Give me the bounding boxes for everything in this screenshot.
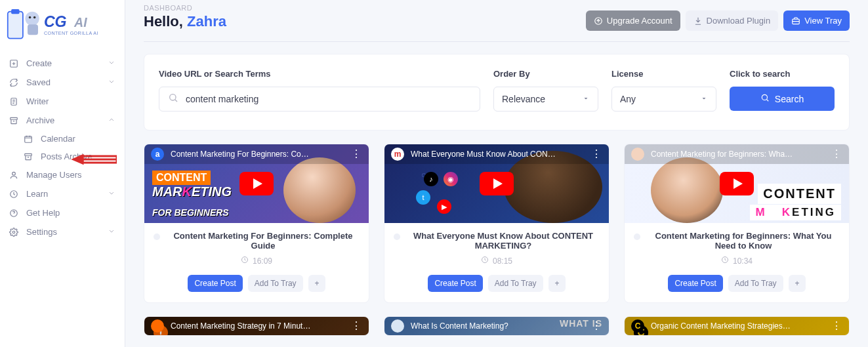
hello-prefix: Hello, <box>144 13 187 30</box>
breadcrumb: DASHBOARD <box>144 4 226 12</box>
status-dot-icon <box>394 234 400 240</box>
refresh-icon <box>9 78 20 87</box>
sidebar-subitem-label: Calendar <box>41 134 75 144</box>
sidebar-item-create[interactable]: Create <box>0 54 125 73</box>
thumbnail-top-bar: a Content Marketing For Beginners: Co… ⋮ <box>144 144 369 164</box>
video-thumbnail[interactable]: CONTENT M KETING Content Marketing for B… <box>625 144 849 223</box>
svg-text:AI: AI <box>73 15 87 30</box>
svg-point-3 <box>29 16 31 19</box>
plus-button[interactable]: + <box>308 275 325 292</box>
video-meta: 10:34 <box>634 256 840 266</box>
download-icon <box>693 16 703 26</box>
sidebar-subitem-posts-archive[interactable]: Posts Archive <box>0 148 125 165</box>
select-value: Any <box>620 94 636 104</box>
archive-icon <box>9 116 20 125</box>
thumbnail-top-bar: m What Everyone Must Know About CON… ⋮ <box>384 144 609 164</box>
more-icon[interactable]: ⋮ <box>831 325 842 327</box>
add-to-tray-button[interactable]: Add To Tray <box>248 275 303 292</box>
svg-rect-12 <box>25 136 32 142</box>
sidebar-item-saved[interactable]: Saved <box>0 73 125 92</box>
overlay-text: CONTENT <box>152 171 211 185</box>
video-thumbnail[interactable]: a Content Marketing For Beginners: Co… ⋮… <box>144 144 369 223</box>
instagram-icon: ◉ <box>444 172 458 186</box>
more-icon[interactable]: ⋮ <box>831 153 842 155</box>
video-thumbnail[interactable]: m What Everyone Must Know About CON… ⋮ ♪… <box>384 144 609 223</box>
video-card: Content Marketing Strategy in 7 Minut… ⋮… <box>144 316 369 336</box>
sidebar-item-archive[interactable]: Archive <box>0 111 125 130</box>
search-panel: Video URL or Search Terms Order By Relev… <box>144 54 850 131</box>
create-post-button[interactable]: Create Post <box>428 275 482 292</box>
sidebar-item-label: Saved <box>26 77 51 87</box>
view-tray-button[interactable]: View Tray <box>783 10 850 31</box>
sidebar-item-learn[interactable]: Learn <box>0 184 125 203</box>
search-icon <box>168 92 178 106</box>
plus-button[interactable]: + <box>789 275 806 292</box>
play-icon[interactable] <box>720 172 754 195</box>
upgrade-icon <box>594 16 603 26</box>
upgrade-account-button[interactable]: Upgrade Account <box>586 10 680 31</box>
svg-rect-11 <box>10 117 18 119</box>
gear-icon <box>9 228 20 237</box>
thumbnail-top-bar: Content Marketing for Beginners: Wha… ⋮ <box>625 144 849 164</box>
app-logo[interactable]: CG AI CONTENT GORILLA AI <box>0 0 125 49</box>
more-icon[interactable]: ⋮ <box>591 325 602 327</box>
overlay-title: Organic Content Marketing Strategies… <box>651 321 791 331</box>
video-card-body: What Everyone Must Know About CONTENT MA… <box>384 223 609 302</box>
sidebar-item-get-help[interactable]: Get Help <box>0 203 125 222</box>
sidebar-item-label: Settings <box>26 227 57 237</box>
video-meta: 08:15 <box>394 256 600 266</box>
add-to-tray-button[interactable]: Add To Tray <box>488 275 543 292</box>
video-card-body: Content Marketing for Beginners: What Yo… <box>625 223 849 302</box>
create-post-button[interactable]: Create Post <box>668 275 722 292</box>
channel-icon: m <box>391 148 404 161</box>
search-term-label: Video URL or Search Terms <box>159 69 480 79</box>
sidebar-item-label: Learn <box>26 189 48 199</box>
svg-rect-5 <box>28 24 38 35</box>
chevron-down-icon <box>108 77 115 87</box>
channel-icon: C <box>631 319 644 333</box>
video-thumbnail[interactable]: Content Marketing Strategy in 7 Minut… ⋮… <box>144 317 369 335</box>
sidebar-subitem-calendar[interactable]: Calendar <box>0 130 125 148</box>
more-icon[interactable]: ⋮ <box>351 325 362 327</box>
channel-icon <box>631 148 644 161</box>
plus-square-icon <box>9 59 20 68</box>
more-icon[interactable]: ⋮ <box>591 153 602 155</box>
video-title: Content Marketing For Beginners: Complet… <box>167 231 360 251</box>
sidebar-item-settings[interactable]: Settings <box>0 222 125 241</box>
sidebar-item-writer[interactable]: Writer <box>0 92 125 111</box>
play-icon[interactable] <box>480 172 514 195</box>
chevron-down-icon <box>108 58 115 68</box>
page-title: Hello, Zahra <box>144 13 226 30</box>
youtube-icon: ▶ <box>437 199 451 214</box>
svg-point-22 <box>762 94 767 100</box>
more-icon[interactable]: ⋮ <box>351 153 362 155</box>
chevron-up-icon <box>108 115 115 125</box>
video-card: a Content Marketing For Beginners: Co… ⋮… <box>144 144 369 303</box>
tiktok-icon: ♪ <box>424 172 438 186</box>
button-label: Download Plugin <box>707 16 771 26</box>
nav-list: Create Saved Writer Ar <box>0 49 125 247</box>
button-label: View Tray <box>804 16 842 26</box>
thumbnail-top-bar: Content Marketing Strategy in 7 Minut… ⋮ <box>144 317 369 335</box>
twitter-icon: t <box>416 190 430 205</box>
license-select[interactable]: Any <box>611 87 716 112</box>
search-button[interactable]: Search <box>730 87 835 111</box>
download-plugin-button[interactable]: Download Plugin <box>686 10 779 31</box>
add-to-tray-button[interactable]: Add To Tray <box>728 275 783 292</box>
channel-icon <box>151 319 164 333</box>
button-label: Search <box>775 94 804 104</box>
video-thumbnail[interactable]: C C Organic Content Marketing Strategies… <box>625 317 849 335</box>
chevron-down-icon <box>108 227 115 237</box>
plus-button[interactable]: + <box>548 275 566 292</box>
page-header: DASHBOARD Hello, Zahra Upgrade Account D… <box>125 0 868 31</box>
results-row-2: Content Marketing Strategy in 7 Minut… ⋮… <box>125 303 868 336</box>
video-thumbnail[interactable]: WHAT IS What Is Content Marketing? ⋮ <box>384 317 609 335</box>
video-duration: 16:09 <box>253 256 272 266</box>
sidebar-item-manage-users[interactable]: Manage Users <box>0 165 125 184</box>
play-icon[interactable] <box>239 172 274 195</box>
create-post-button[interactable]: Create Post <box>188 275 242 292</box>
search-input[interactable] <box>159 87 480 112</box>
order-by-select[interactable]: Relevance <box>493 87 598 112</box>
video-card: CONTENT M KETING Content Marketing for B… <box>624 144 850 303</box>
overlay-text: MARKETING <box>152 184 232 199</box>
